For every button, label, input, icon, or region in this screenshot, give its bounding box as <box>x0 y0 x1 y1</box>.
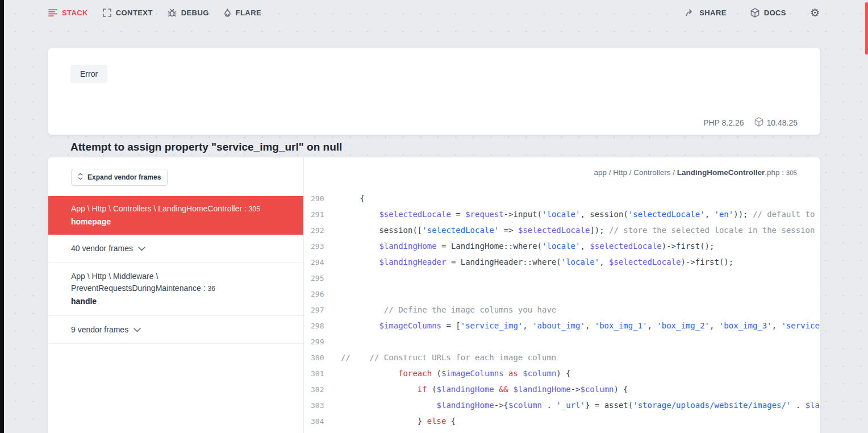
stack-frame[interactable]: App \ Http \ Middleware \PreventRequests… <box>48 263 303 316</box>
expand-button-label: Expand vendor frames <box>87 173 161 181</box>
stack-frame[interactable]: App \ Http \ Controllers \ LandingHomeCo… <box>48 196 303 235</box>
frame-class: App \ Http \ Middleware \ <box>71 270 281 282</box>
error-message-title: Attempt to assign property "service_img_… <box>70 141 342 153</box>
code-line: 299 <box>304 334 820 349</box>
code-line: 297 // Define the image columns you have <box>304 302 820 318</box>
code-line: 303 $landingHome->{$column . '_url'} = a… <box>304 397 820 413</box>
code-text: $imageColumns = ['service_img', 'about_i… <box>341 318 820 334</box>
expand-row: Expand vendor frames <box>48 157 303 196</box>
line-number: 298 <box>304 322 341 330</box>
line-number: 292 <box>304 226 341 235</box>
tab-flare-label: FLARE <box>236 9 261 17</box>
frame-method: homepage <box>71 216 281 228</box>
line-number: 296 <box>304 290 341 298</box>
settings-gear-icon[interactable]: ⚙ <box>810 7 820 18</box>
laravel-version: 10.48.25 <box>754 117 798 128</box>
frame-method: handle <box>71 295 281 307</box>
tab-debug[interactable]: DEBUG <box>168 9 209 17</box>
expand-vendor-frames-button[interactable]: Expand vendor frames <box>71 169 168 186</box>
laravel-logo-icon <box>754 117 763 128</box>
code-line: 302 if ($landingHome && $landingHome->$c… <box>304 381 820 397</box>
chevron-down-icon <box>133 325 141 334</box>
file-breadcrumb[interactable]: app / Http / Controllers / LandingHomeCo… <box>304 157 820 186</box>
vendor-frames-label: 40 vendor frames <box>71 244 133 253</box>
docs-label: DOCS <box>764 9 786 17</box>
breadcrumb-path: app / Http / Controllers / <box>594 168 677 177</box>
docs-button[interactable]: DOCS <box>750 8 786 18</box>
line-number: 295 <box>304 274 341 282</box>
line-number: 302 <box>304 385 341 394</box>
code-area: 290 {291 $selectedLocale = $request->inp… <box>304 186 820 429</box>
code-text: { <box>341 190 820 206</box>
line-number: 291 <box>304 210 341 219</box>
line-number: 304 <box>304 417 341 426</box>
bug-icon <box>168 9 177 17</box>
line-number: 300 <box>304 353 341 362</box>
code-line: 294 $landingHeader = LandingHeader::wher… <box>304 254 820 270</box>
nav-actions: SHARE DOCS ⚙ <box>686 7 820 18</box>
top-nav: STACK CONTEXT DEBUG FLARE SHARE DOCS ⚙ <box>48 0 820 25</box>
code-line: 301 foreach ($imageColumns as $column) { <box>304 365 820 381</box>
line-number: 290 <box>304 194 341 203</box>
line-number: 294 <box>304 258 341 267</box>
tab-stack-label: STACK <box>62 9 88 17</box>
code-line: 298 $imageColumns = ['service_img', 'abo… <box>304 318 820 334</box>
nav-tabs: STACK CONTEXT DEBUG FLARE <box>48 9 261 17</box>
error-type-badge: Error <box>70 65 107 83</box>
vendor-frames-toggle[interactable]: 9 vendor frames <box>48 316 303 344</box>
laravel-logo-icon <box>750 8 760 18</box>
line-number: 299 <box>304 338 341 346</box>
frame-line-number: 305 <box>249 205 260 213</box>
line-number: 297 <box>304 306 341 314</box>
code-line: 290 { <box>304 190 820 206</box>
tab-debug-label: DEBUG <box>181 9 209 17</box>
code-line: 296 <box>304 286 820 302</box>
breadcrumb-ext: .php : <box>765 168 786 177</box>
code-text: // // Construct URLs for each image colu… <box>341 349 820 365</box>
context-icon <box>103 9 111 17</box>
frame-line-number: 36 <box>207 285 215 293</box>
tab-context[interactable]: CONTEXT <box>103 9 153 17</box>
frame-class: App \ Http \ Controllers \ LandingHomeCo… <box>71 203 281 215</box>
code-line: 292 session(['selectedLocale' => $select… <box>304 222 820 238</box>
laravel-version-number: 10.48.25 <box>767 118 798 127</box>
code-line: 293 $landingHome = LandingHome::where('l… <box>304 238 820 254</box>
code-text: $selectedLocale = $request->input('local… <box>341 206 820 222</box>
breadcrumb-line-number: 305 <box>786 169 797 176</box>
frame-class: PreventRequestsDuringMaintenance : 36 <box>71 282 281 295</box>
chevron-down-icon <box>138 244 145 253</box>
code-text: // Define the image columns you have <box>341 302 820 318</box>
tab-flare[interactable]: FLARE <box>224 9 261 17</box>
flare-icon <box>224 9 231 17</box>
code-line: 291 $selectedLocale = $request->input('l… <box>304 206 820 222</box>
code-text: $landingHeader = LandingHeader::where('l… <box>341 254 820 270</box>
line-number: 301 <box>304 369 341 378</box>
tab-stack[interactable]: STACK <box>48 9 88 17</box>
scrollbar-thumb[interactable] <box>865 2 868 55</box>
vendor-frames-label: 9 vendor frames <box>71 325 128 334</box>
stack-sidebar: Expand vendor frames App \ Http \ Contro… <box>48 157 304 433</box>
php-version: PHP 8.2.26 <box>703 118 744 127</box>
code-line: 304 } else { <box>304 413 820 429</box>
code-line: 295 <box>304 270 820 286</box>
code-text: $landingHome->{$column . '_url'} = asset… <box>341 397 820 413</box>
code-text: $landingHome = LandingHome::where('local… <box>341 238 820 254</box>
code-editor: app / Http / Controllers / LandingHomeCo… <box>304 157 820 433</box>
breadcrumb-file: LandingHomeController <box>677 168 765 177</box>
share-label: SHARE <box>699 9 727 17</box>
error-card: Error Attempt to assign property "servic… <box>48 48 820 135</box>
error-meta: PHP 8.2.26 10.48.25 <box>703 117 798 128</box>
code-line: 300// // Construct URLs for each image c… <box>304 349 820 365</box>
code-text: } else { <box>341 413 820 429</box>
stack-icon <box>48 9 57 16</box>
left-edge-bar <box>0 0 4 433</box>
code-text: session(['selectedLocale' => $selectedLo… <box>341 222 820 238</box>
code-text: if ($landingHome && $landingHome->$colum… <box>341 381 820 397</box>
tab-context-label: CONTEXT <box>116 9 153 17</box>
vendor-frames-toggle[interactable]: 40 vendor frames <box>48 235 303 263</box>
code-text: foreach ($imageColumns as $column) { <box>341 365 820 381</box>
stack-trace-card: Expand vendor frames App \ Http \ Contro… <box>48 157 820 433</box>
line-number: 303 <box>304 401 341 410</box>
share-button[interactable]: SHARE <box>686 9 727 17</box>
share-icon <box>686 9 695 16</box>
